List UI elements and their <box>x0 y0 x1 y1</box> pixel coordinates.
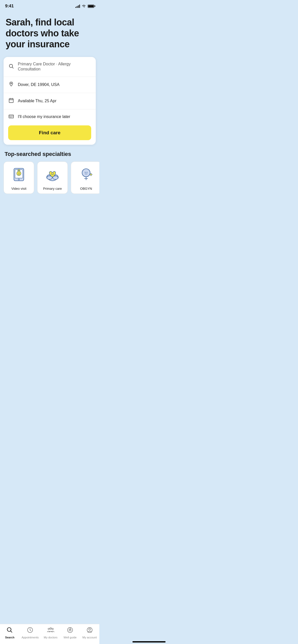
status-time: 9:41 <box>5 4 14 9</box>
specialties-list: Video visit <box>0 162 99 199</box>
main-content: Sarah, find local doctors who take your … <box>0 11 99 222</box>
svg-point-23 <box>53 173 54 174</box>
svg-point-24 <box>82 169 90 177</box>
location-icon <box>8 81 14 88</box>
search-card: Primary Care Doctor · Allergy Consultati… <box>4 57 96 145</box>
svg-point-13 <box>17 171 21 176</box>
specialty-label-primary-care: Primary care <box>43 187 62 191</box>
search-icon <box>8 63 14 70</box>
location-row[interactable]: Dover, DE 19904, USA <box>4 77 96 93</box>
insurance-input[interactable]: I'll choose my insurance later <box>18 114 70 120</box>
status-bar: 9:41 <box>0 0 99 11</box>
date-row[interactable]: Available Thu, 25 Apr <box>4 93 96 109</box>
status-icons <box>75 4 94 8</box>
svg-rect-7 <box>9 115 13 118</box>
insurance-row[interactable]: I'll choose my insurance later <box>4 109 96 124</box>
specialty-label-video-visit: Video visit <box>11 187 26 191</box>
hero-section: Sarah, find local doctors who take your … <box>0 11 99 57</box>
specialty-card-video-visit[interactable]: Video visit <box>4 162 34 194</box>
location-input[interactable]: Dover, DE 19904, USA <box>18 82 60 87</box>
specialty-card-primary-care[interactable]: Primary care <box>37 162 68 194</box>
specialty-label-obgyn: OBGYN <box>80 187 92 191</box>
find-care-button[interactable]: Find care <box>8 125 91 140</box>
svg-point-22 <box>51 173 52 174</box>
svg-point-26 <box>87 172 88 173</box>
specialty-row[interactable]: Primary Care Doctor · Allergy Consultati… <box>4 57 96 77</box>
hero-title: Sarah, find local doctors who take your … <box>6 17 94 50</box>
insurance-icon <box>8 114 14 120</box>
date-input[interactable]: Available Thu, 25 Apr <box>18 98 57 104</box>
specialty-card-obgyn[interactable]: OBGYN <box>71 162 99 194</box>
battery-icon <box>88 5 94 8</box>
svg-point-29 <box>90 174 92 175</box>
specialties-section-title: Top-searched specialties <box>0 151 99 162</box>
video-visit-illustration <box>10 166 28 184</box>
svg-point-15 <box>19 173 20 173</box>
svg-point-25 <box>85 172 86 173</box>
primary-care-illustration <box>43 166 62 184</box>
obgyn-illustration <box>77 166 95 184</box>
specialty-input[interactable]: Primary Care Doctor · Allergy Consultati… <box>18 62 91 72</box>
svg-point-2 <box>11 83 12 84</box>
signal-icon <box>75 4 80 8</box>
wifi-icon <box>82 4 86 8</box>
calendar-icon <box>8 98 14 105</box>
svg-point-14 <box>18 173 19 173</box>
svg-rect-3 <box>9 99 13 103</box>
svg-line-1 <box>12 67 13 68</box>
